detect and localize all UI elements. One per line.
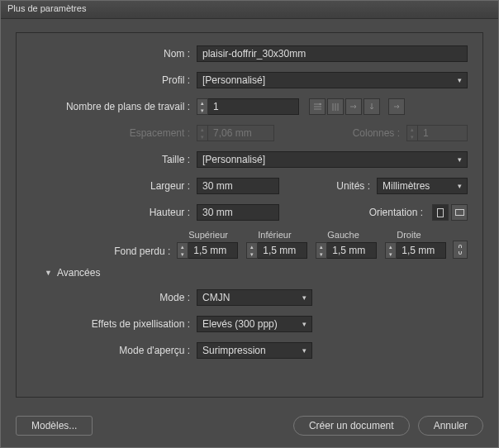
window-title: Plus de paramètres <box>1 1 498 19</box>
bleed-top-value[interactable]: 1,5 mm <box>188 242 238 259</box>
chevron-down-icon: ▾ <box>458 182 462 190</box>
create-document-button[interactable]: Créer un document <box>293 416 410 436</box>
units-select[interactable]: Millimètres ▾ <box>377 178 468 194</box>
columns-value: 1 <box>418 125 468 141</box>
label-spacing: Espacement : <box>31 127 197 139</box>
arrange-down-icon[interactable] <box>364 98 380 115</box>
artboards-stepper[interactable]: ▴▾ 1 <box>197 98 299 115</box>
advanced-section-toggle[interactable]: ▼ Avancées <box>45 267 468 279</box>
chevron-down-icon: ▾ <box>302 293 307 302</box>
bleed-right-value[interactable]: 1,5 mm <box>397 242 446 259</box>
bleed-bottom-value[interactable]: 1,5 mm <box>258 242 307 259</box>
label-units: Unités : <box>336 180 377 192</box>
profil-value: [Personnalisé] <box>202 74 265 86</box>
preview-value: Surimpression <box>202 345 266 356</box>
bleed-right-stepper[interactable]: ▴▾ 1,5 mm <box>385 242 446 259</box>
chevron-down-icon: ▾ <box>458 155 462 164</box>
grid-by-col-icon[interactable] <box>327 98 344 115</box>
chevron-down-icon: ▾ <box>302 320 307 328</box>
spacing-value: 7,06 mm <box>208 125 274 141</box>
columns-stepper: ▴▾ 1 <box>406 125 468 141</box>
raster-value: Elevés (300 ppp) <box>202 318 278 330</box>
chevron-down-icon: ▾ <box>458 76 462 84</box>
bleed-left-stepper[interactable]: ▴▾ 1,5 mm <box>316 242 377 259</box>
grid-by-row-icon[interactable] <box>309 98 326 115</box>
label-columns: Colonnes : <box>353 127 406 139</box>
advanced-label: Avancées <box>57 267 100 279</box>
link-bleed-icon[interactable] <box>453 241 468 259</box>
label-bleed-top: Supérieur <box>177 230 228 240</box>
size-value: [Personnalisé] <box>202 154 265 165</box>
label-raster: Effets de pixellisation : <box>31 318 197 330</box>
artboards-value[interactable]: 1 <box>208 98 299 115</box>
label-mode: Mode : <box>31 292 197 303</box>
nom-input[interactable]: plaisir-doffrir_30x30mm <box>197 45 468 62</box>
label-artboards: Nombre de plans de travail : <box>31 101 197 112</box>
label-bleed: Fond perdu : <box>31 245 177 259</box>
mode-value: CMJN <box>202 292 230 303</box>
orientation-portrait-button[interactable] <box>432 204 449 221</box>
orientation-landscape-button[interactable] <box>451 204 468 221</box>
settings-panel: Nom : plaisir-doffrir_30x30mm Profil : [… <box>16 32 483 398</box>
arrange-right-icon[interactable] <box>345 98 362 115</box>
preview-select[interactable]: Surimpression ▾ <box>197 342 312 359</box>
label-orientation: Orientation : <box>369 207 430 218</box>
cancel-button[interactable]: Annuler <box>418 416 483 436</box>
chevron-down-icon: ▾ <box>302 346 307 355</box>
bleed-left-value[interactable]: 1,5 mm <box>327 242 377 259</box>
label-bleed-right: Droite <box>385 230 421 240</box>
profil-select[interactable]: [Personnalisé] ▾ <box>197 72 468 88</box>
label-bleed-bottom: Inférieur <box>246 230 291 240</box>
label-nom: Nom : <box>31 48 197 60</box>
label-width: Largeur : <box>31 180 197 192</box>
units-value: Millimètres <box>383 180 430 192</box>
width-input[interactable]: 30 mm <box>197 178 279 194</box>
size-select[interactable]: [Personnalisé] ▾ <box>197 151 468 168</box>
arrange-ltr-icon[interactable] <box>388 98 405 115</box>
label-height: Hauteur : <box>31 207 197 218</box>
label-bleed-left: Gauche <box>316 230 359 240</box>
label-profil: Profil : <box>31 74 197 86</box>
mode-select[interactable]: CMJN ▾ <box>197 289 312 306</box>
height-input[interactable]: 30 mm <box>197 204 279 221</box>
triangle-down-icon: ▼ <box>45 269 52 277</box>
raster-select[interactable]: Elevés (300 ppp) ▾ <box>197 316 312 332</box>
label-preview: Mode d'aperçu : <box>31 345 197 356</box>
bleed-top-stepper[interactable]: ▴▾ 1,5 mm <box>177 242 238 259</box>
templates-button[interactable]: Modèles... <box>16 416 93 436</box>
spacing-stepper: ▴▾ 7,06 mm <box>197 125 274 141</box>
label-size: Taille : <box>31 154 197 165</box>
bleed-bottom-stepper[interactable]: ▴▾ 1,5 mm <box>246 242 307 259</box>
